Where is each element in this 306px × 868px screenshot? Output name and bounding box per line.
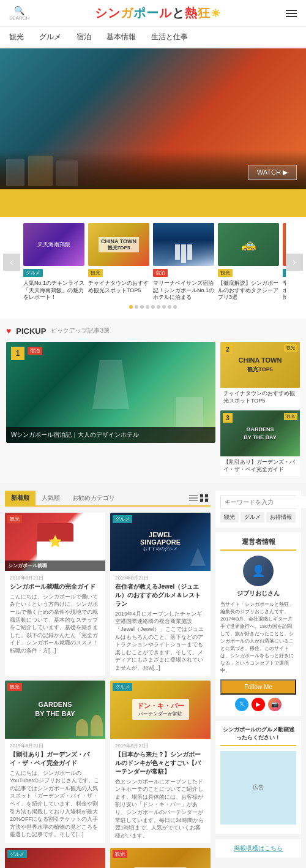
article-excerpt: こんにちは、シンガポールで働いてみたい！という方向けに、シンガポールで働くための… (10, 593, 100, 655)
yellow-bar (0, 189, 306, 217)
dot[interactable] (151, 305, 155, 309)
youtube-icon[interactable]: ▶ (252, 698, 265, 711)
article-card[interactable]: 観光 CHINA TOWN 観光TOP5 2019年8月21日 チャイナタウンの… (110, 848, 211, 868)
article-card[interactable]: グルメ 🐟 2019年8月21日 重慶烤魚 チャイナタウンで食べる、魅惑の四川料… (5, 848, 105, 868)
pickup-side-item[interactable]: GARDENSBY THE BAY 3 観光 【割引あり】ガーデンズ・バイ・ザ・… (220, 410, 300, 475)
slider-item[interactable]: CHINA TOWN観光TOP5 観光 チャイナタウンのおすすめ観光スポットTO… (88, 223, 149, 301)
dot[interactable] (173, 305, 177, 309)
search-label: SEARCH (9, 15, 29, 21)
twitter-icon[interactable]: 𝕏 (235, 698, 248, 711)
slider-title: マリーナベイサンズ宿泊記！シンガポールNo.1のホテルに泊まる (153, 280, 214, 301)
article-tag: グルメ (113, 683, 132, 691)
article-card[interactable]: 観光 ⭐ シンガポール就職 2019年8月21日 シンガポール就職の完全ガイド (5, 513, 105, 676)
content-left: 新着順 人気順 お勧めカテゴリ (5, 491, 211, 868)
sidebar-tag-kanko[interactable]: 観光 (220, 512, 239, 523)
article-image: グルメ JEWEL SINGAPORE おすすめのグルメ (110, 513, 211, 571)
jewel-overlay: JEWEL SINGAPORE おすすめのグルメ (135, 531, 185, 552)
slider-tag: 観光 (88, 269, 103, 277)
article-tabs: 新着順 人気順 お勧めカテゴリ (5, 491, 211, 507)
slider-next[interactable]: › (286, 254, 303, 271)
article-date: 2019年8月21日 (10, 742, 100, 749)
article-image: 観光 CHINA TOWN 観光TOP5 (110, 848, 211, 868)
tab-popular[interactable]: 人気順 (35, 491, 66, 505)
pickup-side-item[interactable]: CHINA TOWN観光TOP5 2 観光 チャイナタウンのおすすめ観光スポット… (220, 342, 300, 407)
dot[interactable] (157, 305, 160, 309)
dot[interactable] (168, 305, 171, 309)
pickup-main-item[interactable]: 1 宿泊 Wシンガポール宿泊記｜大人のデザインホテル (6, 342, 215, 476)
watch-button[interactable]: WATCH ▶ (248, 165, 297, 180)
search-input[interactable] (221, 496, 306, 508)
pickup-main-image: 1 宿泊 Wシンガポール宿泊記｜大人のデザインホテル (6, 342, 215, 443)
slider-dots (0, 301, 306, 312)
article-card[interactable]: グルメ ドン・キ・バー バーテンダーが常駐 2019年8月21日 【日本から来た… (110, 681, 211, 843)
ad-section-title: シンガポールのグルメ動画迷ったらください！ (220, 726, 296, 746)
slider-item[interactable]: 天天海南鶏飯 グルメ 人気No.1のチキンライス「天天海南鶏飯」の魅力をレポート… (23, 223, 84, 301)
grid-view-button[interactable] (200, 494, 209, 502)
follow-button[interactable]: Follow Me (220, 679, 296, 695)
nav-info[interactable]: 基本情報 (106, 27, 136, 47)
side-tag: 観光 (284, 413, 297, 420)
social-icons: 𝕏 ▶ 📷 (220, 698, 296, 711)
pickup-side-image: GARDENSBY THE BAY 3 観光 (220, 410, 300, 456)
article-card[interactable]: グルメ JEWEL SINGAPORE おすすめのグルメ 2019年8月21日 … (110, 513, 211, 676)
slider-tag: グルメ (23, 269, 43, 277)
dot[interactable] (129, 305, 133, 309)
nav-gourmet[interactable]: グルメ (39, 27, 61, 47)
pickup-rank-badge: 1 (11, 347, 24, 360)
pickup-main-tag: 宿泊 (28, 347, 42, 355)
slider-prev[interactable]: ‹ (3, 254, 20, 271)
sidebar-link[interactable]: 掲載収穫はこちら (215, 839, 301, 858)
dot[interactable] (162, 305, 166, 309)
side-tag: 観光 (284, 344, 297, 352)
sidebar-tags: 観光 グルメ お得情報 (220, 512, 296, 523)
author-section-title: 運営者情報 (220, 537, 296, 551)
nav-hotel[interactable]: 宿泊 (76, 27, 91, 47)
author-bio: 当サイト「シンガポールと熱狂」編集長のジブリおじさんです。2017年3月、会社退… (220, 601, 296, 674)
search-area[interactable]: 🔍 SEARCH (9, 6, 29, 21)
article-date: 2019年8月21日 (10, 575, 100, 581)
article-image: 観光 GARDENSBY THE BAY (5, 681, 105, 739)
tab-shinchaku[interactable]: 新着順 (5, 491, 35, 505)
article-date: 2019年8月21日 (115, 575, 206, 581)
slider-tag: 宿泊 (153, 269, 168, 277)
side-rank-badge: 3 (223, 413, 233, 423)
main-content: 新着順 人気順 お勧めカテゴリ (0, 483, 306, 868)
site-title: シンガポールと熱狂☀ (95, 5, 221, 21)
article-title: シンガポール就職の完全ガイド (10, 583, 100, 591)
article-image: 観光 ⭐ シンガポール就職 (5, 513, 105, 571)
dot[interactable] (135, 305, 138, 309)
slider-item[interactable]: 宿泊 マリーナベイサンズ宿泊記！シンガポールNo.1のホテルに泊まる (153, 223, 214, 301)
article-tag: 観光 (113, 850, 127, 858)
author-avatar: 👤 (243, 556, 274, 586)
article-excerpt: こんにちは、シンガポールのYouTuberのジブリおじさんです。この記事ではシン… (10, 769, 100, 839)
nav-life[interactable]: 生活と仕事 (151, 27, 188, 47)
article-card[interactable]: 観光 GARDENSBY THE BAY 2019年8月21日 【割引あり】ガー… (5, 681, 105, 843)
sidebar-tag-deal[interactable]: お得情報 (266, 512, 296, 523)
hero-section: MONEY CHANGER (0, 48, 306, 189)
grid-toggle[interactable] (187, 491, 211, 505)
site-nav: 観光 グルメ 宿泊 基本情報 生活と仕事 (0, 27, 306, 48)
pickup-side: CHINA TOWN観光TOP5 2 観光 チャイナタウンのおすすめ観光スポット… (220, 342, 300, 476)
slider-item[interactable]: 🦀 グルメ 辛さが病みつき！シンガポールで食べる「日日紅辣椒螃蟹」 (283, 223, 286, 301)
dot[interactable] (140, 305, 144, 309)
article-grid: 観光 ⭐ シンガポール就職 2019年8月21日 シンガポール就職の完全ガイド (5, 513, 211, 868)
sidebar-tag-gourmet[interactable]: グルメ (241, 512, 264, 523)
site-header: 🔍 SEARCH シンガポールと熱狂☀ (0, 0, 306, 27)
menu-button[interactable] (286, 8, 297, 19)
dot[interactable] (146, 305, 149, 309)
article-image: グルメ 🐟 (5, 848, 105, 868)
slider-title: 辛さが病みつき！シンガポールで食べる「日日紅辣椒螃蟹」 (283, 280, 286, 301)
side-caption: 【割引あり】ガーデンズ・バイ・ザ・ベイ完全ガイド (220, 456, 300, 475)
article-body: 2019年8月21日 【割引あり】ガーデンズ・バイ・ザ・ベイ完全ガイド こんにち… (5, 739, 105, 842)
list-view-button[interactable] (189, 495, 198, 501)
article-body: 2019年8月21日 シンガポール就職の完全ガイド こんにちは、シンガポールで働… (5, 571, 105, 659)
sidebar-ad[interactable]: 広告 (220, 751, 296, 825)
slider-tag: 観光 (218, 269, 233, 277)
slider-item[interactable]: 🚕 観光 【徹底解説】シンガポールのおすすめタクシーアプリ3選 (218, 223, 279, 301)
tab-category[interactable]: お勧めカテゴリ (66, 491, 121, 505)
nav-kanko[interactable]: 観光 (9, 27, 24, 47)
instagram-icon[interactable]: 📷 (268, 698, 282, 711)
author-name: ジブリおじさん (220, 589, 296, 598)
sidebar-search: 🔍 観光 グルメ お得情報 (215, 491, 301, 527)
article-tag: グルメ (113, 515, 132, 523)
